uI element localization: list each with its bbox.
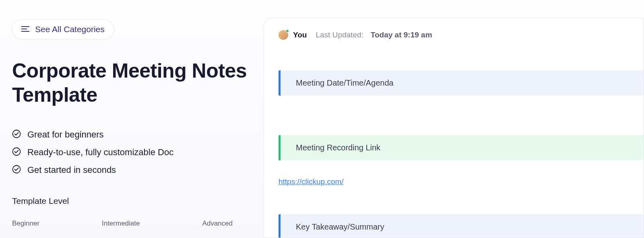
status-indicator — [286, 29, 289, 33]
svg-point-4 — [13, 148, 21, 156]
svg-point-5 — [13, 166, 21, 173]
feature-text: Get started in seconds — [27, 165, 116, 175]
feature-item: Ready-to-use, fully customizable Doc — [12, 147, 251, 158]
section-label: Meeting Date/Time/Agenda — [296, 78, 394, 87]
page-title: Corporate Meeting Notes Template — [12, 59, 251, 107]
document-header: You Last Updated: Today at 9:19 am — [279, 30, 644, 40]
section-meeting-agenda[interactable]: Meeting Date/Time/Agenda — [279, 70, 644, 96]
section-key-takeaway[interactable]: Key Takeaway/Summary — [279, 214, 644, 238]
template-info-panel: See All Categories Corporate Meeting Not… — [0, 0, 264, 238]
avatar — [279, 30, 288, 40]
check-circle-icon — [12, 129, 21, 140]
list-icon — [21, 26, 29, 33]
document-preview-panel: You Last Updated: Today at 9:19 am Meeti… — [264, 18, 644, 238]
see-all-categories-label: See All Categories — [35, 25, 105, 34]
features-list: Great for beginners Ready-to-use, fully … — [12, 129, 251, 175]
svg-point-3 — [13, 130, 21, 138]
section-label: Meeting Recording Link — [296, 143, 380, 152]
recording-link[interactable]: https://clickup.com/ — [279, 177, 344, 186]
check-circle-icon — [12, 147, 21, 158]
level-labels: Beginner Intermediate Advanced — [12, 220, 233, 228]
feature-item: Get started in seconds — [12, 165, 251, 175]
level-beginner-label: Beginner — [12, 220, 39, 228]
spacer — [279, 160, 644, 177]
level-advanced-label: Advanced — [202, 220, 233, 228]
last-updated-time: Today at 9:19 am — [371, 31, 432, 39]
section-label: Key Takeaway/Summary — [296, 222, 384, 231]
feature-item: Great for beginners — [12, 129, 251, 140]
template-level-label: Template Level — [12, 196, 251, 206]
spacer — [279, 96, 644, 135]
feature-text: Great for beginners — [27, 129, 104, 140]
author-name: You — [293, 31, 307, 39]
check-circle-icon — [12, 165, 21, 175]
section-recording-link[interactable]: Meeting Recording Link — [279, 135, 644, 160]
see-all-categories-button[interactable]: See All Categories — [12, 19, 114, 39]
last-updated-label: Last Updated: — [316, 31, 363, 39]
feature-text: Ready-to-use, fully customizable Doc — [27, 147, 173, 158]
level-intermediate-label: Intermediate — [102, 220, 140, 228]
